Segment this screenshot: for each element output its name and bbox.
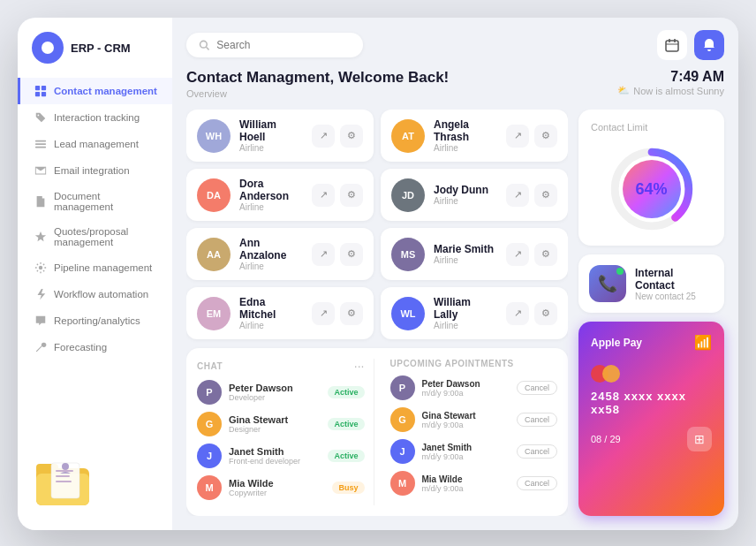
notification-button[interactable] xyxy=(694,30,724,60)
svg-rect-15 xyxy=(56,481,72,482)
appointments-title: UPCOMING APOINTMENTS xyxy=(390,359,514,368)
contact-card: AT Angela Thrash Airline ↗ ⚙ xyxy=(381,110,568,162)
contact-name: Ann Anzalone xyxy=(239,237,303,262)
contact-info: William Lally Airline xyxy=(434,296,497,330)
contact-trend-button[interactable]: ↗ xyxy=(312,243,335,266)
appt-avatar: P xyxy=(390,375,415,400)
chat-info: Gina Stewart Designer xyxy=(229,414,321,434)
tag-icon xyxy=(34,111,47,124)
contact-trend-button[interactable]: ↗ xyxy=(312,302,335,325)
contact-trend-button[interactable]: ↗ xyxy=(506,243,529,266)
chat-title: CHAT xyxy=(197,361,223,371)
contact-company: Airline xyxy=(434,196,497,206)
search-input[interactable] xyxy=(216,39,351,51)
contact-settings-button[interactable]: ⚙ xyxy=(340,243,363,266)
status-badge: Active xyxy=(328,386,364,398)
content-area: WH William Hoell Airline ↗ ⚙ AT Angela T… xyxy=(172,110,738,530)
sidebar-item-reporting[interactable]: Reporting/analytics xyxy=(18,307,172,334)
contact-settings-button[interactable]: ⚙ xyxy=(534,302,557,325)
nav-label: Contact management xyxy=(54,86,157,96)
sidebar-item-contact-management[interactable]: Contact management xyxy=(18,78,172,104)
contact-trend-button[interactable]: ↗ xyxy=(312,125,335,148)
sidebar-item-interaction-tracking[interactable]: Interaction tracking xyxy=(18,104,172,131)
calendar-icon xyxy=(665,38,679,52)
contact-trend-button[interactable]: ↗ xyxy=(506,184,529,207)
contact-card: EM Edna Mitchel Airline ↗ ⚙ xyxy=(186,287,374,339)
chat-item[interactable]: G Gina Stewart Designer Active xyxy=(197,412,365,436)
contact-settings-button[interactable]: ⚙ xyxy=(340,302,363,325)
time-weather: 7:49 AM ⛅ Now is almost Sunny xyxy=(617,69,724,96)
contact-info: Ann Anzalone Airline xyxy=(239,237,303,271)
internal-contact-subtitle: New contact 25 xyxy=(635,292,714,301)
folder-illustration xyxy=(32,451,158,516)
appointments-section-header: UPCOMING APOINTMENTS xyxy=(390,359,558,368)
appointment-item: P Peter Dawson m/d/y 9:00a Cancel xyxy=(390,375,558,400)
search-bar[interactable] xyxy=(186,33,363,57)
nav-label: Lead management xyxy=(54,139,139,149)
page-title-rest: Welcome Back! xyxy=(338,69,449,86)
gauge-percentage: 64% xyxy=(635,180,667,199)
gauge-container: 64% xyxy=(591,145,712,233)
contact-name: William Hoell xyxy=(239,118,303,143)
contact-info: Dora Anderson Airline xyxy=(239,178,303,212)
svg-rect-3 xyxy=(42,92,46,96)
chat-name: Gina Stewart xyxy=(229,414,321,425)
chat-role: Copywriter xyxy=(229,489,325,497)
chat-avatar: J xyxy=(197,444,222,468)
contact-settings-button[interactable]: ⚙ xyxy=(340,125,363,148)
nav-label: Email integration xyxy=(54,165,130,176)
main-content: Contact Managment, Welcome Back! Overvie… xyxy=(172,18,738,530)
contact-settings-button[interactable]: ⚙ xyxy=(534,243,557,266)
contact-settings-button[interactable]: ⚙ xyxy=(534,184,557,207)
payment-card-header: Apple Pay 📶 xyxy=(591,334,712,351)
chat-item[interactable]: P Peter Dawson Developer Active xyxy=(197,380,365,405)
chat-section-header: CHAT ··· xyxy=(197,359,365,373)
contact-company: Airline xyxy=(434,255,497,265)
contacts-grid: WH William Hoell Airline ↗ ⚙ AT Angela T… xyxy=(186,110,568,339)
svg-point-16 xyxy=(62,463,69,470)
chat-icon xyxy=(34,315,47,327)
chat-info: Peter Dawson Developer xyxy=(229,383,321,402)
chat-menu-button[interactable]: ··· xyxy=(354,359,365,373)
contact-avatar: MS xyxy=(391,238,425,271)
contact-company: Airline xyxy=(434,321,497,330)
svg-rect-2 xyxy=(35,92,40,96)
contact-trend-button[interactable]: ↗ xyxy=(506,125,529,148)
sidebar-item-document-management[interactable]: Document management xyxy=(18,184,172,219)
svg-point-7 xyxy=(39,266,42,269)
contact-trend-button[interactable]: ↗ xyxy=(312,184,335,207)
sidebar-item-email-integration[interactable]: Email integration xyxy=(18,157,172,184)
chat-items-list: P Peter Dawson Developer Active G Gina S… xyxy=(197,380,365,500)
cancel-button[interactable]: Cancel xyxy=(517,444,557,459)
chat-item[interactable]: J Janet Smith Front-end developer Active xyxy=(197,444,365,468)
sidebar-item-workflow-automation[interactable]: Workflow automation xyxy=(18,281,172,307)
chat-info: Mia Wilde Copywriter xyxy=(229,478,325,497)
chat-name: Peter Dawson xyxy=(229,383,321,393)
sidebar-item-quotes-proposal[interactable]: Quotes/proposal management xyxy=(18,219,172,254)
contact-settings-button[interactable]: ⚙ xyxy=(534,125,557,148)
weather-text: Now is almost Sunny xyxy=(633,86,724,96)
contact-settings-button[interactable]: ⚙ xyxy=(340,184,363,207)
contact-company: Airline xyxy=(434,143,497,153)
sidebar-item-lead-management[interactable]: Lead management xyxy=(18,131,172,157)
contact-name: Edna Mitchel xyxy=(239,296,303,321)
svg-rect-13 xyxy=(56,470,73,472)
chat-avatar: G xyxy=(197,412,222,436)
nav-label: Reporting/analytics xyxy=(54,315,140,326)
contact-name: Marie Smith xyxy=(434,243,497,255)
appt-name: Gina Stewart xyxy=(422,411,510,421)
appt-time: m/d/y 9:00a xyxy=(422,421,510,429)
cancel-button[interactable]: Cancel xyxy=(517,381,557,395)
cancel-button[interactable]: Cancel xyxy=(517,413,557,427)
contact-avatar: DA xyxy=(197,178,231,212)
cancel-button[interactable]: Cancel xyxy=(517,476,557,490)
calendar-button[interactable] xyxy=(657,30,687,60)
contact-actions: ↗ ⚙ xyxy=(312,125,363,148)
chat-item[interactable]: M Mia Wilde Copywriter Busy xyxy=(197,475,365,500)
contact-trend-button[interactable]: ↗ xyxy=(506,302,529,325)
sidebar-item-forecasting[interactable]: Forecasting xyxy=(18,334,172,360)
contact-actions: ↗ ⚙ xyxy=(506,125,557,148)
settings-icon xyxy=(34,262,47,274)
nav-label: Quotes/proposal management xyxy=(54,226,162,247)
sidebar-item-pipeline-management[interactable]: Pipeline management xyxy=(18,254,172,281)
